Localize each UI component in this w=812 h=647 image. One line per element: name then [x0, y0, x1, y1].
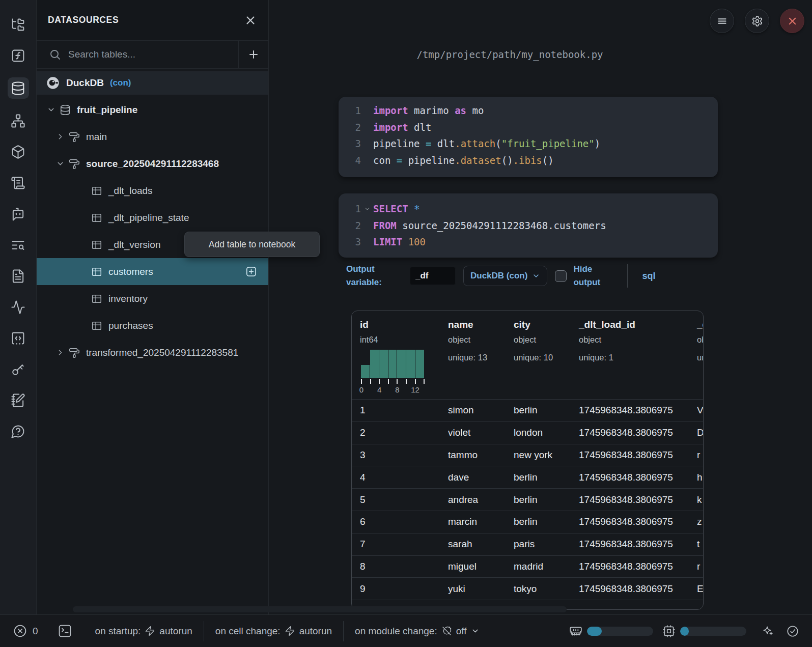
table-row[interactable]: 1simonberlin1745968348.3806975V: [352, 400, 703, 422]
close-panel-button[interactable]: [244, 14, 257, 27]
table-row[interactable]: 9yukitokyo1745968348.3806975E: [352, 578, 703, 600]
sql-cell-footer: Output variable: DuckDB (con) Hide outpu…: [339, 259, 718, 293]
rail-function-square-button[interactable]: [8, 46, 29, 65]
chevron-down-icon: [532, 272, 540, 280]
tree-item-_dlt_loads[interactable]: _dlt_loads: [37, 177, 268, 204]
code-line: 4con = pipeline.dataset().ibis(): [349, 152, 718, 169]
close-icon: [244, 14, 257, 27]
table-header: id int64 04812 name objectunique: 13 cit…: [352, 311, 703, 400]
rail-database-button[interactable]: [8, 77, 29, 99]
paint-roller-icon: [69, 347, 80, 358]
hide-output-checkbox[interactable]: [555, 270, 567, 282]
shutdown-button[interactable]: [780, 9, 804, 33]
tree-item-customers[interactable]: customers: [37, 258, 268, 285]
menu-button[interactable]: [710, 9, 734, 33]
table-row[interactable]: 3tammonew york1745968348.3806975r: [352, 444, 703, 467]
autorun-off-icon: [441, 626, 452, 636]
tree-item-main[interactable]: main: [37, 123, 268, 150]
tree-item-transformed_202504291112283581[interactable]: transformed_202504291112283581: [37, 339, 268, 366]
output-variable-label: Output variable:: [346, 263, 395, 289]
code-line: 3LIMIT 100: [349, 234, 718, 250]
help-circle-icon: [11, 424, 25, 439]
rail-help-circle-button[interactable]: [8, 422, 29, 440]
network-icon: [11, 114, 25, 128]
settings-button[interactable]: [745, 9, 769, 33]
horizontal-scrollbar[interactable]: [73, 606, 567, 612]
divider: [627, 264, 628, 288]
tree-item-purchases[interactable]: purchases: [37, 312, 268, 339]
result-table: id int64 04812 name objectunique: 13 cit…: [351, 311, 704, 610]
error-count: 0: [33, 626, 38, 637]
text-search-icon: [11, 238, 25, 252]
scroll-text-icon: [11, 176, 25, 190]
code-line: 1import marimo as mo: [349, 102, 718, 119]
column-header-name[interactable]: name objectunique: 13: [440, 311, 506, 399]
tree-item-_dlt_pipeline_state[interactable]: _dlt_pipeline_state: [37, 204, 268, 231]
tree-item-fruit_pipeline[interactable]: fruit_pipeline: [37, 96, 268, 123]
chevron-down-icon: [56, 159, 65, 168]
code-line: 2import dlt: [349, 119, 718, 136]
fold-chevron-icon: [364, 206, 371, 212]
rail-activity-button[interactable]: [8, 298, 29, 316]
usage-bar: [680, 627, 746, 636]
add-datasource-button[interactable]: [239, 41, 268, 68]
table-row[interactable]: 6marcinberlin1745968348.3806975z: [352, 511, 703, 533]
zap-icon: [285, 626, 295, 636]
rail-file-tree-button[interactable]: [8, 15, 29, 34]
connection-row[interactable]: DuckDB (con): [37, 71, 268, 95]
code-line: 3pipeline = dlt.attach("fruit_pipeline"): [349, 135, 718, 152]
hide-output-label: Hide output: [573, 263, 613, 289]
tree-item-source_202504291112283468[interactable]: source_202504291112283468: [37, 150, 268, 177]
column-header-city[interactable]: city objectunique: 10: [506, 311, 571, 399]
rail-box-button[interactable]: [8, 143, 29, 161]
engine-select[interactable]: DuckDB (con): [463, 266, 547, 286]
memory-stick-icon: [569, 625, 582, 638]
rail-network-button[interactable]: [8, 111, 29, 130]
top-actions: [710, 9, 804, 33]
table-row[interactable]: 4daveberlin1745968348.3806975h: [352, 466, 703, 489]
table-row[interactable]: 5andreaberlin1745968348.3806975k: [352, 489, 703, 511]
output-variable-input[interactable]: [410, 267, 456, 285]
file-text-icon: [11, 269, 25, 284]
table-row[interactable]: 2violetlondon1745968348.3806975D: [352, 422, 703, 444]
rail-code-square-button[interactable]: [8, 329, 29, 347]
key-icon: [11, 362, 25, 377]
table-icon: [91, 293, 102, 304]
statusbar-on-module-change-[interactable]: on module change:off: [355, 626, 483, 637]
activity-bar: [0, 0, 37, 614]
add-table-to-notebook-button[interactable]: [245, 266, 257, 277]
rail-text-search-button[interactable]: [8, 236, 29, 254]
error-indicator[interactable]: 0: [13, 624, 38, 638]
paint-roller-icon: [69, 131, 80, 143]
chevron-right-icon: [56, 348, 65, 357]
statusbar-on-cell-change-[interactable]: on cell change:autorun: [215, 626, 332, 637]
rail-notebook-pen-button[interactable]: [8, 391, 29, 409]
rail-scroll-text-button[interactable]: [8, 174, 29, 192]
chevron-down-icon: [47, 105, 55, 114]
cpu-meter: [662, 625, 746, 638]
datasources-panel: DATASOURCES DuckDB (con) fruit_pipeline …: [37, 0, 269, 614]
column-header-_dlt_load_id[interactable]: _dlt_load_id objectunique: 1: [571, 311, 689, 399]
search-tables-input[interactable]: [61, 49, 238, 60]
python-cell[interactable]: 1import marimo as mo 2import dlt 3pipeli…: [339, 97, 718, 177]
table-row[interactable]: 8miguelmadrid1745968348.3806975r: [352, 556, 703, 578]
connection-name: DuckDB: [66, 77, 104, 89]
engine-select-value: DuckDB (con): [470, 271, 527, 281]
rail-key-button[interactable]: [8, 360, 29, 378]
sql-cell[interactable]: 1SELECT * 2FROM source_20250429111228346…: [339, 193, 718, 258]
circle-x-icon: [13, 624, 27, 638]
statusbar-on-startup-[interactable]: on startup:autorun: [95, 626, 192, 637]
runtime-settings: on startup:autorun on cell change:autoru…: [95, 621, 484, 641]
file-tree-icon: [11, 17, 25, 32]
terminal-icon[interactable]: [58, 624, 72, 638]
database-icon: [60, 104, 71, 116]
rail-file-text-button[interactable]: [8, 267, 29, 285]
table-row[interactable]: 7sarahparis1745968348.3806975t: [352, 533, 703, 556]
tree-item-inventory[interactable]: inventory: [37, 285, 268, 312]
connection-status-icon[interactable]: [786, 625, 799, 638]
search-icon: [49, 48, 61, 61]
sparkles-icon[interactable]: [761, 625, 774, 638]
column-header-id[interactable]: id int64 04812: [352, 311, 440, 399]
column-header-_dlt_id[interactable]: _dlt_id objectunique:: [689, 311, 704, 399]
rail-bot-button[interactable]: [8, 205, 29, 223]
